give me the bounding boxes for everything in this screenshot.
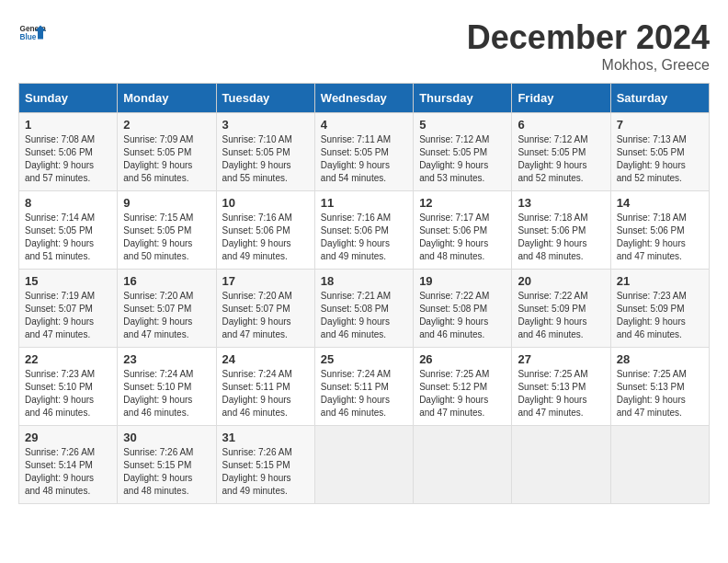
day-info: Sunrise: 7:20 AMSunset: 5:07 PMDaylight:… <box>222 290 309 341</box>
day-info: Sunrise: 7:23 AMSunset: 5:10 PMDaylight:… <box>25 368 111 419</box>
day-number: 21 <box>617 274 703 288</box>
day-number: 25 <box>321 352 407 366</box>
logo-icon: General Blue <box>18 18 46 46</box>
calendar-cell: 19Sunrise: 7:22 AMSunset: 5:08 PMDayligh… <box>414 270 512 348</box>
calendar-cell: 22Sunrise: 7:23 AMSunset: 5:10 PMDayligh… <box>19 348 118 426</box>
calendar-cell: 13Sunrise: 7:18 AMSunset: 5:06 PMDayligh… <box>512 191 610 270</box>
day-info: Sunrise: 7:13 AMSunset: 5:05 PMDaylight:… <box>617 133 703 185</box>
week-row-2: 8Sunrise: 7:14 AMSunset: 5:05 PMDaylight… <box>19 191 710 270</box>
day-number: 8 <box>25 196 111 210</box>
weekday-header-sunday: Sunday <box>19 84 118 113</box>
day-number: 20 <box>518 274 604 288</box>
location: Mokhos, Greece <box>467 57 710 74</box>
svg-text:Blue: Blue <box>20 33 37 41</box>
calendar-cell: 7Sunrise: 7:13 AMSunset: 5:05 PMDaylight… <box>610 113 709 191</box>
calendar-cell <box>414 426 512 504</box>
day-info: Sunrise: 7:18 AMSunset: 5:06 PMDaylight:… <box>617 212 703 263</box>
calendar-cell: 5Sunrise: 7:12 AMSunset: 5:05 PMDaylight… <box>414 113 512 191</box>
day-info: Sunrise: 7:12 AMSunset: 5:05 PMDaylight:… <box>419 133 506 185</box>
day-info: Sunrise: 7:12 AMSunset: 5:05 PMDaylight:… <box>518 133 604 185</box>
week-row-5: 29Sunrise: 7:26 AMSunset: 5:14 PMDayligh… <box>19 426 710 504</box>
calendar-cell: 14Sunrise: 7:18 AMSunset: 5:06 PMDayligh… <box>610 191 709 270</box>
weekday-header-row: SundayMondayTuesdayWednesdayThursdayFrid… <box>19 84 710 113</box>
day-number: 17 <box>222 274 309 288</box>
day-info: Sunrise: 7:24 AMSunset: 5:11 PMDaylight:… <box>321 368 407 419</box>
week-row-4: 22Sunrise: 7:23 AMSunset: 5:10 PMDayligh… <box>19 348 710 426</box>
calendar-cell: 21Sunrise: 7:23 AMSunset: 5:09 PMDayligh… <box>610 270 709 348</box>
day-number: 10 <box>222 196 309 210</box>
day-number: 12 <box>419 196 506 210</box>
day-number: 30 <box>123 431 210 444</box>
weekday-header-saturday: Saturday <box>610 84 709 113</box>
day-info: Sunrise: 7:18 AMSunset: 5:06 PMDaylight:… <box>518 212 604 263</box>
day-info: Sunrise: 7:23 AMSunset: 5:09 PMDaylight:… <box>617 290 703 341</box>
calendar-cell: 17Sunrise: 7:20 AMSunset: 5:07 PMDayligh… <box>216 270 314 348</box>
week-row-1: 1Sunrise: 7:08 AMSunset: 5:06 PMDaylight… <box>19 113 710 191</box>
day-info: Sunrise: 7:25 AMSunset: 5:13 PMDaylight:… <box>518 368 604 419</box>
calendar-cell: 9Sunrise: 7:15 AMSunset: 5:05 PMDaylight… <box>118 191 216 270</box>
day-number: 28 <box>617 352 703 366</box>
page-header: General Blue December 2024 Mokhos, Greec… <box>18 18 710 74</box>
calendar-cell: 23Sunrise: 7:24 AMSunset: 5:10 PMDayligh… <box>118 348 216 426</box>
day-number: 2 <box>123 118 210 132</box>
day-info: Sunrise: 7:24 AMSunset: 5:11 PMDaylight:… <box>222 368 309 419</box>
calendar-cell: 10Sunrise: 7:16 AMSunset: 5:06 PMDayligh… <box>216 191 314 270</box>
day-info: Sunrise: 7:10 AMSunset: 5:05 PMDaylight:… <box>222 133 309 185</box>
month-title: December 2024 <box>467 18 710 57</box>
day-info: Sunrise: 7:22 AMSunset: 5:08 PMDaylight:… <box>419 290 506 341</box>
day-info: Sunrise: 7:26 AMSunset: 5:15 PMDaylight:… <box>222 446 309 498</box>
day-number: 13 <box>518 196 604 210</box>
weekday-header-thursday: Thursday <box>414 84 512 113</box>
calendar-cell: 25Sunrise: 7:24 AMSunset: 5:11 PMDayligh… <box>314 348 413 426</box>
day-number: 3 <box>222 118 309 132</box>
day-number: 9 <box>123 196 210 210</box>
calendar-cell: 31Sunrise: 7:26 AMSunset: 5:15 PMDayligh… <box>216 426 314 504</box>
calendar-table: SundayMondayTuesdayWednesdayThursdayFrid… <box>18 83 710 504</box>
day-number: 15 <box>25 274 111 288</box>
calendar-cell: 27Sunrise: 7:25 AMSunset: 5:13 PMDayligh… <box>512 348 610 426</box>
calendar-cell: 8Sunrise: 7:14 AMSunset: 5:05 PMDaylight… <box>19 191 118 270</box>
day-info: Sunrise: 7:17 AMSunset: 5:06 PMDaylight:… <box>419 212 506 263</box>
logo: General Blue <box>18 18 46 46</box>
day-number: 6 <box>518 118 604 132</box>
day-info: Sunrise: 7:19 AMSunset: 5:07 PMDaylight:… <box>25 290 111 341</box>
day-info: Sunrise: 7:22 AMSunset: 5:09 PMDaylight:… <box>518 290 604 341</box>
day-number: 4 <box>321 118 407 132</box>
day-number: 26 <box>419 352 506 366</box>
day-number: 18 <box>321 274 407 288</box>
day-info: Sunrise: 7:16 AMSunset: 5:06 PMDaylight:… <box>222 212 309 263</box>
day-info: Sunrise: 7:16 AMSunset: 5:06 PMDaylight:… <box>321 212 407 263</box>
day-info: Sunrise: 7:09 AMSunset: 5:05 PMDaylight:… <box>123 133 210 185</box>
day-number: 5 <box>419 118 506 132</box>
calendar-cell: 4Sunrise: 7:11 AMSunset: 5:05 PMDaylight… <box>314 113 413 191</box>
day-number: 11 <box>321 196 407 210</box>
day-number: 19 <box>419 274 506 288</box>
calendar-cell: 12Sunrise: 7:17 AMSunset: 5:06 PMDayligh… <box>414 191 512 270</box>
calendar-cell: 11Sunrise: 7:16 AMSunset: 5:06 PMDayligh… <box>314 191 413 270</box>
weekday-header-wednesday: Wednesday <box>314 84 413 113</box>
day-number: 23 <box>123 352 210 366</box>
day-number: 31 <box>222 431 309 444</box>
day-info: Sunrise: 7:11 AMSunset: 5:05 PMDaylight:… <box>321 133 407 185</box>
day-info: Sunrise: 7:08 AMSunset: 5:06 PMDaylight:… <box>25 133 111 185</box>
calendar-cell: 15Sunrise: 7:19 AMSunset: 5:07 PMDayligh… <box>19 270 118 348</box>
day-number: 22 <box>25 352 111 366</box>
calendar-cell: 26Sunrise: 7:25 AMSunset: 5:12 PMDayligh… <box>414 348 512 426</box>
calendar-cell <box>314 426 413 504</box>
week-row-3: 15Sunrise: 7:19 AMSunset: 5:07 PMDayligh… <box>19 270 710 348</box>
day-number: 27 <box>518 352 604 366</box>
calendar-cell: 24Sunrise: 7:24 AMSunset: 5:11 PMDayligh… <box>216 348 314 426</box>
day-number: 1 <box>25 118 111 132</box>
day-info: Sunrise: 7:20 AMSunset: 5:07 PMDaylight:… <box>123 290 210 341</box>
calendar-cell: 30Sunrise: 7:26 AMSunset: 5:15 PMDayligh… <box>118 426 216 504</box>
day-info: Sunrise: 7:25 AMSunset: 5:13 PMDaylight:… <box>617 368 703 419</box>
weekday-header-friday: Friday <box>512 84 610 113</box>
calendar-cell: 6Sunrise: 7:12 AMSunset: 5:05 PMDaylight… <box>512 113 610 191</box>
day-info: Sunrise: 7:21 AMSunset: 5:08 PMDaylight:… <box>321 290 407 341</box>
calendar-cell: 18Sunrise: 7:21 AMSunset: 5:08 PMDayligh… <box>314 270 413 348</box>
calendar-cell: 16Sunrise: 7:20 AMSunset: 5:07 PMDayligh… <box>118 270 216 348</box>
day-number: 24 <box>222 352 309 366</box>
calendar-cell: 20Sunrise: 7:22 AMSunset: 5:09 PMDayligh… <box>512 270 610 348</box>
calendar-cell: 28Sunrise: 7:25 AMSunset: 5:13 PMDayligh… <box>610 348 709 426</box>
calendar-cell: 1Sunrise: 7:08 AMSunset: 5:06 PMDaylight… <box>19 113 118 191</box>
